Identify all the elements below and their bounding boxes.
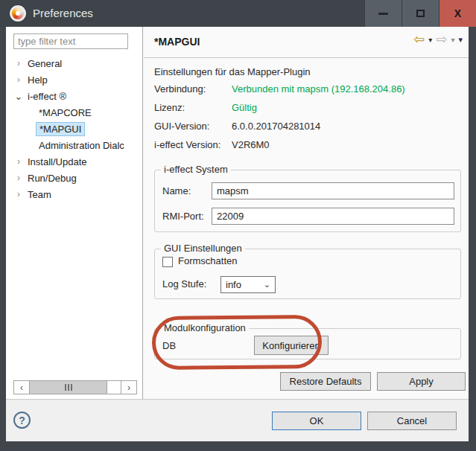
- sidebar-item-label-selected: *MAPGUI: [36, 122, 85, 136]
- group-title: Modulkonfiguration: [161, 322, 249, 333]
- lizenz-label: Lizenz:: [154, 102, 232, 121]
- client-area: › General › Help ⌄ i-effect ® *MAPCORE *…: [6, 27, 469, 441]
- db-label: DB: [162, 340, 176, 351]
- ieffect-version-label: i-effect Version:: [154, 139, 232, 158]
- chevron-right-icon[interactable]: ›: [13, 189, 24, 199]
- grip-icon: [65, 384, 72, 391]
- scroll-left-button[interactable]: ‹: [14, 381, 30, 394]
- scroll-left-icon: ‹: [20, 383, 23, 393]
- ieffect-version-value: V2R6M0: [232, 139, 270, 158]
- sidebar-item-label: *MAPCORE: [39, 107, 92, 118]
- cancel-button[interactable]: Cancel: [367, 412, 457, 430]
- maximize-button[interactable]: [402, 0, 439, 27]
- forward-history-caret-icon[interactable]: ▾: [451, 36, 454, 44]
- sidebar: › General › Help ⌄ i-effect ® *MAPCORE *…: [6, 27, 143, 399]
- sidebar-item-label: Team: [28, 189, 51, 200]
- verbindung-label: Verbindung:: [154, 83, 232, 102]
- info-row-gui-version: GUI-Version: 6.0.0.201704281014: [154, 121, 461, 139]
- sidebar-item-label: Run/Debug: [28, 173, 77, 184]
- window-controls: X: [364, 0, 476, 27]
- sidebar-item-help[interactable]: › Help: [6, 71, 142, 88]
- info-row-ieffect-version: i-effect Version: V2R6M0: [154, 139, 461, 158]
- help-button[interactable]: ?: [13, 412, 31, 429]
- titlebar[interactable]: Preferences X: [0, 0, 476, 27]
- name-label: Name:: [162, 185, 191, 196]
- group-i-effect-system: i-effect System Name: RMI-Port:: [154, 170, 461, 232]
- minimize-icon: [378, 13, 388, 15]
- sidebar-item-label: General: [28, 58, 62, 69]
- chevron-right-icon[interactable]: ›: [13, 173, 24, 183]
- info-row-lizenz: Lizenz: Gültig: [154, 102, 461, 121]
- forward-arrow-icon[interactable]: ⇨: [436, 31, 447, 48]
- rmi-port-label: RMI-Port:: [162, 211, 204, 222]
- help-icon: ?: [19, 415, 25, 426]
- preferences-window: Preferences X › General ›: [0, 0, 476, 451]
- page-title: *MAPGUI: [154, 36, 200, 48]
- close-button[interactable]: X: [439, 0, 476, 27]
- window-title: Preferences: [33, 0, 93, 27]
- status-info: Verbindung: Verbunden mit mapsm (192.168…: [154, 83, 461, 158]
- minimize-button[interactable]: [364, 0, 402, 27]
- log-stufe-label: Log Stufe:: [162, 278, 206, 290]
- page-navigation: ⇦ ▾ ⇨ ▾ ▾: [410, 31, 463, 48]
- content-header: *MAPGUI ⇦ ▾ ⇨ ▾ ▾: [144, 27, 469, 58]
- sidebar-item-label: i-effect ®: [28, 91, 66, 102]
- sidebar-item-administration-dialog[interactable]: Administration Dialc: [6, 137, 142, 153]
- group-title: i-effect System: [161, 164, 231, 175]
- back-arrow-icon[interactable]: ⇦: [413, 31, 425, 48]
- sidebar-item-general[interactable]: › General: [6, 55, 142, 71]
- scrollbar-thumb[interactable]: [30, 381, 107, 394]
- sidebar-item-i-effect[interactable]: ⌄ i-effect ®: [6, 88, 142, 104]
- sidebar-item-mapcore[interactable]: *MAPCORE: [6, 104, 142, 121]
- log-stufe-select[interactable]: info ⌄: [220, 276, 276, 293]
- filter-input[interactable]: [13, 33, 128, 49]
- gui-version-label: GUI-Version:: [154, 121, 232, 139]
- ok-button[interactable]: OK: [272, 412, 361, 430]
- maximize-icon: [416, 10, 425, 17]
- close-icon: X: [454, 7, 461, 19]
- chevron-right-icon[interactable]: ›: [13, 156, 24, 167]
- formschatten-checkbox[interactable]: [162, 257, 173, 267]
- sidebar-item-label: Help: [28, 74, 48, 86]
- sidebar-item-run-debug[interactable]: › Run/Debug: [6, 170, 142, 186]
- chevron-down-icon: ⌄: [264, 280, 270, 290]
- app-logo-icon: [10, 5, 26, 22]
- back-history-caret-icon[interactable]: ▾: [428, 36, 432, 44]
- info-row-verbindung: Verbindung: Verbunden mit mapsm (192.168…: [154, 83, 461, 102]
- sidebar-item-install-update[interactable]: › Install/Update: [6, 153, 142, 170]
- chevron-right-icon[interactable]: ›: [13, 58, 24, 68]
- chevron-down-icon[interactable]: ⌄: [13, 91, 24, 102]
- chevron-right-icon[interactable]: ›: [13, 74, 24, 85]
- formschatten-label: Formschatten: [178, 255, 237, 266]
- group-title: GUI Einstellungen: [161, 243, 245, 254]
- gui-version-value: 6.0.0.201704281014: [232, 121, 320, 139]
- restore-defaults-button[interactable]: Restore Defaults: [280, 372, 371, 391]
- log-stufe-value: info: [226, 279, 241, 290]
- konfigurieren-button[interactable]: Konfigurieren: [254, 336, 329, 355]
- sidebar-item-mapgui[interactable]: *MAPGUI: [6, 121, 142, 137]
- sidebar-item-team[interactable]: › Team: [6, 186, 142, 202]
- name-field[interactable]: [212, 182, 454, 199]
- preferences-tree: › General › Help ⌄ i-effect ® *MAPCORE *…: [6, 55, 142, 202]
- rmi-port-field[interactable]: [212, 208, 454, 225]
- logo-dot: [16, 11, 20, 16]
- group-modulkonfiguration: Modulkonfiguration DB Konfigurieren: [154, 328, 461, 359]
- content-panel: *MAPGUI ⇦ ▾ ⇨ ▾ ▾ Einstellungen für das …: [144, 27, 469, 399]
- scrollbar-track[interactable]: [107, 381, 121, 394]
- plugin-description: Einstellungen für das Mapper-Plugin: [154, 66, 311, 77]
- sidebar-item-label: Administration Dialc: [39, 140, 124, 151]
- scroll-right-button[interactable]: ›: [121, 381, 136, 394]
- sidebar-item-label: Install/Update: [28, 156, 87, 167]
- view-menu-caret-icon[interactable]: ▾: [458, 35, 463, 45]
- group-gui-einstellungen: GUI Einstellungen Formschatten Log Stufe…: [154, 249, 461, 299]
- lizenz-value: Gültig: [232, 102, 257, 121]
- dialog-button-bar: ? OK Cancel: [6, 399, 469, 441]
- apply-button[interactable]: Apply: [377, 372, 466, 391]
- scroll-right-icon: ›: [127, 383, 130, 393]
- verbindung-value: Verbunden mit mapsm (192.168.204.86): [232, 83, 405, 102]
- horizontal-scrollbar[interactable]: ‹ ›: [13, 380, 137, 394]
